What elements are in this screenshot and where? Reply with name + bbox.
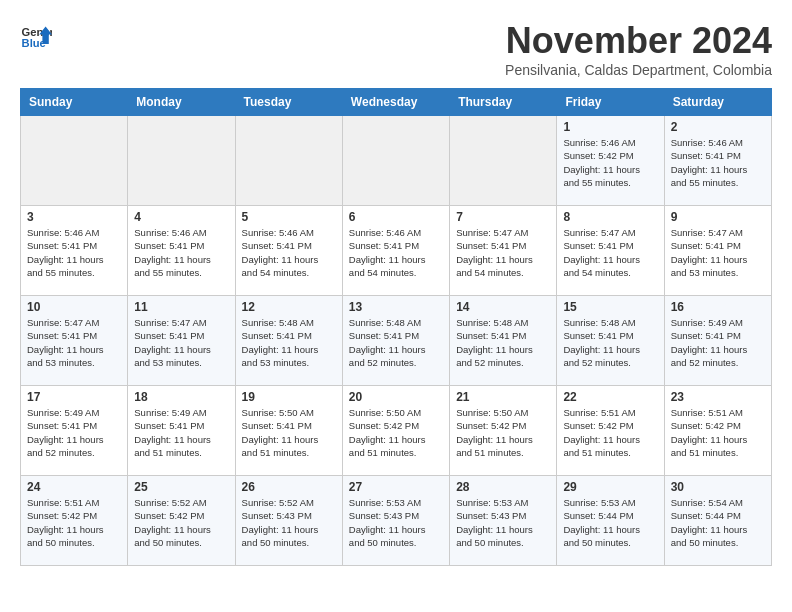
calendar-week-row: 1Sunrise: 5:46 AM Sunset: 5:42 PM Daylig…: [21, 116, 772, 206]
day-number: 18: [134, 390, 228, 404]
month-title: November 2024: [505, 20, 772, 62]
day-info: Sunrise: 5:49 AM Sunset: 5:41 PM Dayligh…: [671, 316, 765, 369]
day-number: 14: [456, 300, 550, 314]
calendar-cell: 21Sunrise: 5:50 AM Sunset: 5:42 PM Dayli…: [450, 386, 557, 476]
day-number: 15: [563, 300, 657, 314]
day-number: 20: [349, 390, 443, 404]
weekday-header: Monday: [128, 89, 235, 116]
calendar-cell: 18Sunrise: 5:49 AM Sunset: 5:41 PM Dayli…: [128, 386, 235, 476]
calendar-cell: 23Sunrise: 5:51 AM Sunset: 5:42 PM Dayli…: [664, 386, 771, 476]
day-info: Sunrise: 5:47 AM Sunset: 5:41 PM Dayligh…: [563, 226, 657, 279]
day-info: Sunrise: 5:49 AM Sunset: 5:41 PM Dayligh…: [134, 406, 228, 459]
calendar-cell: 3Sunrise: 5:46 AM Sunset: 5:41 PM Daylig…: [21, 206, 128, 296]
weekday-header-row: SundayMondayTuesdayWednesdayThursdayFrid…: [21, 89, 772, 116]
day-info: Sunrise: 5:48 AM Sunset: 5:41 PM Dayligh…: [242, 316, 336, 369]
day-number: 25: [134, 480, 228, 494]
calendar-cell: [128, 116, 235, 206]
day-info: Sunrise: 5:50 AM Sunset: 5:42 PM Dayligh…: [456, 406, 550, 459]
day-info: Sunrise: 5:46 AM Sunset: 5:41 PM Dayligh…: [27, 226, 121, 279]
day-info: Sunrise: 5:50 AM Sunset: 5:42 PM Dayligh…: [349, 406, 443, 459]
day-number: 13: [349, 300, 443, 314]
calendar-cell: 20Sunrise: 5:50 AM Sunset: 5:42 PM Dayli…: [342, 386, 449, 476]
calendar-cell: 8Sunrise: 5:47 AM Sunset: 5:41 PM Daylig…: [557, 206, 664, 296]
calendar-cell: 27Sunrise: 5:53 AM Sunset: 5:43 PM Dayli…: [342, 476, 449, 566]
day-info: Sunrise: 5:53 AM Sunset: 5:44 PM Dayligh…: [563, 496, 657, 549]
day-number: 22: [563, 390, 657, 404]
day-info: Sunrise: 5:46 AM Sunset: 5:41 PM Dayligh…: [671, 136, 765, 189]
day-info: Sunrise: 5:46 AM Sunset: 5:42 PM Dayligh…: [563, 136, 657, 189]
weekday-header: Saturday: [664, 89, 771, 116]
day-number: 16: [671, 300, 765, 314]
day-info: Sunrise: 5:49 AM Sunset: 5:41 PM Dayligh…: [27, 406, 121, 459]
day-info: Sunrise: 5:47 AM Sunset: 5:41 PM Dayligh…: [671, 226, 765, 279]
day-number: 10: [27, 300, 121, 314]
day-info: Sunrise: 5:53 AM Sunset: 5:43 PM Dayligh…: [456, 496, 550, 549]
weekday-header: Tuesday: [235, 89, 342, 116]
day-number: 5: [242, 210, 336, 224]
calendar-week-row: 17Sunrise: 5:49 AM Sunset: 5:41 PM Dayli…: [21, 386, 772, 476]
calendar-cell: 1Sunrise: 5:46 AM Sunset: 5:42 PM Daylig…: [557, 116, 664, 206]
calendar-cell: 9Sunrise: 5:47 AM Sunset: 5:41 PM Daylig…: [664, 206, 771, 296]
calendar-cell: 2Sunrise: 5:46 AM Sunset: 5:41 PM Daylig…: [664, 116, 771, 206]
day-number: 17: [27, 390, 121, 404]
calendar-cell: 5Sunrise: 5:46 AM Sunset: 5:41 PM Daylig…: [235, 206, 342, 296]
calendar-cell: 26Sunrise: 5:52 AM Sunset: 5:43 PM Dayli…: [235, 476, 342, 566]
calendar-cell: [450, 116, 557, 206]
day-number: 30: [671, 480, 765, 494]
location: Pensilvania, Caldas Department, Colombia: [505, 62, 772, 78]
calendar-cell: 25Sunrise: 5:52 AM Sunset: 5:42 PM Dayli…: [128, 476, 235, 566]
calendar-cell: 29Sunrise: 5:53 AM Sunset: 5:44 PM Dayli…: [557, 476, 664, 566]
day-number: 21: [456, 390, 550, 404]
calendar-cell: 13Sunrise: 5:48 AM Sunset: 5:41 PM Dayli…: [342, 296, 449, 386]
calendar-cell: 22Sunrise: 5:51 AM Sunset: 5:42 PM Dayli…: [557, 386, 664, 476]
day-info: Sunrise: 5:47 AM Sunset: 5:41 PM Dayligh…: [27, 316, 121, 369]
calendar-cell: [342, 116, 449, 206]
day-info: Sunrise: 5:48 AM Sunset: 5:41 PM Dayligh…: [456, 316, 550, 369]
calendar-cell: 17Sunrise: 5:49 AM Sunset: 5:41 PM Dayli…: [21, 386, 128, 476]
day-number: 7: [456, 210, 550, 224]
day-info: Sunrise: 5:47 AM Sunset: 5:41 PM Dayligh…: [456, 226, 550, 279]
calendar-cell: 11Sunrise: 5:47 AM Sunset: 5:41 PM Dayli…: [128, 296, 235, 386]
day-number: 23: [671, 390, 765, 404]
title-block: November 2024 Pensilvania, Caldas Depart…: [505, 20, 772, 78]
calendar-cell: 7Sunrise: 5:47 AM Sunset: 5:41 PM Daylig…: [450, 206, 557, 296]
day-number: 9: [671, 210, 765, 224]
calendar-cell: 4Sunrise: 5:46 AM Sunset: 5:41 PM Daylig…: [128, 206, 235, 296]
day-number: 24: [27, 480, 121, 494]
day-info: Sunrise: 5:47 AM Sunset: 5:41 PM Dayligh…: [134, 316, 228, 369]
weekday-header: Sunday: [21, 89, 128, 116]
day-number: 12: [242, 300, 336, 314]
day-number: 27: [349, 480, 443, 494]
day-number: 28: [456, 480, 550, 494]
calendar-cell: 12Sunrise: 5:48 AM Sunset: 5:41 PM Dayli…: [235, 296, 342, 386]
day-number: 3: [27, 210, 121, 224]
day-number: 29: [563, 480, 657, 494]
day-number: 11: [134, 300, 228, 314]
day-number: 26: [242, 480, 336, 494]
day-number: 19: [242, 390, 336, 404]
calendar-week-row: 24Sunrise: 5:51 AM Sunset: 5:42 PM Dayli…: [21, 476, 772, 566]
day-info: Sunrise: 5:53 AM Sunset: 5:43 PM Dayligh…: [349, 496, 443, 549]
day-info: Sunrise: 5:48 AM Sunset: 5:41 PM Dayligh…: [349, 316, 443, 369]
calendar-cell: 14Sunrise: 5:48 AM Sunset: 5:41 PM Dayli…: [450, 296, 557, 386]
day-info: Sunrise: 5:51 AM Sunset: 5:42 PM Dayligh…: [563, 406, 657, 459]
day-info: Sunrise: 5:50 AM Sunset: 5:41 PM Dayligh…: [242, 406, 336, 459]
page-header: General Blue November 2024 Pensilvania, …: [20, 20, 772, 78]
calendar-cell: 16Sunrise: 5:49 AM Sunset: 5:41 PM Dayli…: [664, 296, 771, 386]
calendar-table: SundayMondayTuesdayWednesdayThursdayFrid…: [20, 88, 772, 566]
calendar-cell: 24Sunrise: 5:51 AM Sunset: 5:42 PM Dayli…: [21, 476, 128, 566]
calendar-cell: 10Sunrise: 5:47 AM Sunset: 5:41 PM Dayli…: [21, 296, 128, 386]
weekday-header: Thursday: [450, 89, 557, 116]
day-info: Sunrise: 5:48 AM Sunset: 5:41 PM Dayligh…: [563, 316, 657, 369]
day-info: Sunrise: 5:52 AM Sunset: 5:43 PM Dayligh…: [242, 496, 336, 549]
calendar-cell: 19Sunrise: 5:50 AM Sunset: 5:41 PM Dayli…: [235, 386, 342, 476]
logo-icon: General Blue: [20, 20, 52, 52]
day-number: 4: [134, 210, 228, 224]
svg-text:Blue: Blue: [22, 37, 46, 49]
day-number: 8: [563, 210, 657, 224]
calendar-week-row: 3Sunrise: 5:46 AM Sunset: 5:41 PM Daylig…: [21, 206, 772, 296]
calendar-cell: [21, 116, 128, 206]
weekday-header: Friday: [557, 89, 664, 116]
day-info: Sunrise: 5:46 AM Sunset: 5:41 PM Dayligh…: [349, 226, 443, 279]
calendar-cell: 6Sunrise: 5:46 AM Sunset: 5:41 PM Daylig…: [342, 206, 449, 296]
